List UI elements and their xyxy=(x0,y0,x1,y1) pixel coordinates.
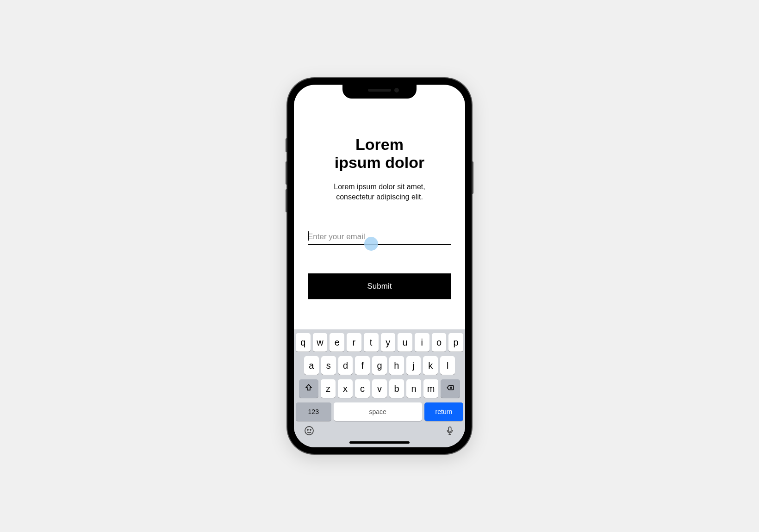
phone-screen: Lorem ipsum dolor Lorem ipsum dolor sit … xyxy=(294,85,465,447)
key-g[interactable]: g xyxy=(372,356,387,375)
key-q[interactable]: q xyxy=(296,333,311,352)
key-h[interactable]: h xyxy=(389,356,404,375)
shift-key[interactable] xyxy=(299,379,318,398)
keyboard-row-3: z x c v b n m xyxy=(296,379,463,398)
home-indicator[interactable] xyxy=(349,441,410,444)
key-t[interactable]: t xyxy=(364,333,379,352)
notch xyxy=(342,85,417,99)
key-r[interactable]: r xyxy=(347,333,361,352)
email-input[interactable] xyxy=(308,229,451,245)
keyboard-bottom-row xyxy=(296,423,463,439)
key-a[interactable]: a xyxy=(304,356,319,375)
key-k[interactable]: k xyxy=(423,356,438,375)
key-p[interactable]: p xyxy=(448,333,463,352)
key-f[interactable]: f xyxy=(355,356,370,375)
dictation-key[interactable] xyxy=(444,426,456,438)
key-v[interactable]: v xyxy=(372,379,387,398)
svg-point-2 xyxy=(310,429,311,430)
text-cursor xyxy=(308,231,309,241)
ios-keyboard: q w e r t y u i o p a s d f g h j k l xyxy=(294,329,465,447)
key-d[interactable]: d xyxy=(338,356,353,375)
key-e[interactable]: e xyxy=(330,333,344,352)
numeric-key[interactable]: 123 xyxy=(296,402,331,421)
keyboard-row-1: q w e r t y u i o p xyxy=(296,333,463,352)
key-c[interactable]: c xyxy=(355,379,370,398)
key-i[interactable]: i xyxy=(415,333,429,352)
emoji-icon xyxy=(304,425,315,438)
key-u[interactable]: u xyxy=(398,333,412,352)
key-z[interactable]: z xyxy=(321,379,336,398)
keyboard-row-4: 123 space return xyxy=(296,402,463,421)
submit-button[interactable]: Submit xyxy=(308,273,451,299)
key-m[interactable]: m xyxy=(423,379,438,398)
key-b[interactable]: b xyxy=(389,379,404,398)
app-content: Lorem ipsum dolor Lorem ipsum dolor sit … xyxy=(294,85,465,329)
backspace-key[interactable] xyxy=(441,379,460,398)
key-j[interactable]: j xyxy=(406,356,421,375)
email-field-wrap xyxy=(308,229,451,245)
touch-indicator xyxy=(364,237,378,251)
emoji-key[interactable] xyxy=(303,426,315,438)
backspace-icon xyxy=(446,384,454,394)
page-title: Lorem ipsum dolor xyxy=(308,136,451,172)
phone-frame: Lorem ipsum dolor Lorem ipsum dolor sit … xyxy=(287,78,472,454)
space-key[interactable]: space xyxy=(334,402,422,421)
svg-rect-3 xyxy=(448,427,451,432)
key-s[interactable]: s xyxy=(321,356,336,375)
svg-point-1 xyxy=(307,429,308,430)
keyboard-row-2: a s d f g h j k l xyxy=(296,356,463,375)
key-n[interactable]: n xyxy=(406,379,421,398)
key-l[interactable]: l xyxy=(440,356,455,375)
key-x[interactable]: x xyxy=(338,379,353,398)
microphone-icon xyxy=(445,426,455,438)
key-o[interactable]: o xyxy=(432,333,447,352)
return-key[interactable]: return xyxy=(424,402,463,421)
shift-icon xyxy=(305,384,313,394)
key-y[interactable]: y xyxy=(381,333,396,352)
key-w[interactable]: w xyxy=(313,333,328,352)
svg-point-0 xyxy=(305,427,313,435)
page-subtitle: Lorem ipsum dolor sit amet, consectetur … xyxy=(308,182,451,202)
